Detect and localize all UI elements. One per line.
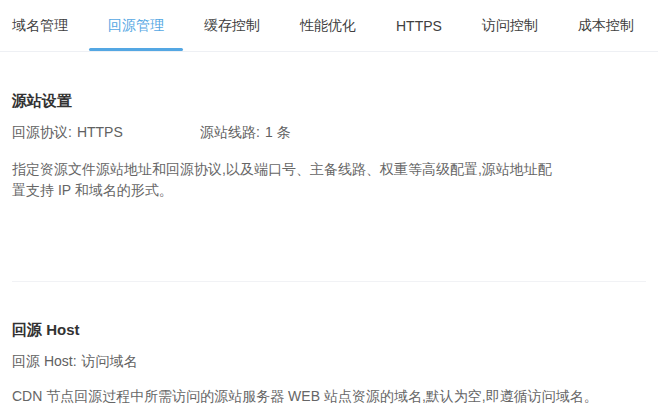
origin-host-field: 回源 Host: 访问域名 xyxy=(12,354,138,369)
origin-host-value: 访问域名 xyxy=(82,354,138,369)
origin-settings-fields: 回源协议: HTTPS 源站线路: 1 条 xyxy=(12,125,646,140)
origin-protocol-value: HTTPS xyxy=(77,125,123,140)
origin-host-fields: 回源 Host: 访问域名 xyxy=(12,354,646,369)
origin-lines-label: 源站线路: xyxy=(200,125,260,140)
tab-cost-control[interactable]: 成本控制 xyxy=(578,0,634,51)
origin-host-label: 回源 Host: xyxy=(12,354,77,369)
tab-performance-optimization[interactable]: 性能优化 xyxy=(300,0,356,51)
tab-bar: 域名管理 回源管理 缓存控制 性能优化 HTTPS 访问控制 成本控制 xyxy=(0,0,658,52)
origin-host-description: CDN 节点回源过程中所需访问的源站服务器 WEB 站点资源的域名,默认为空,即… xyxy=(12,386,646,407)
origin-lines-value: 1 条 xyxy=(265,125,291,140)
tab-https[interactable]: HTTPS xyxy=(396,0,442,51)
tab-domain-management[interactable]: 域名管理 xyxy=(12,0,68,51)
origin-lines-field: 源站线路: 1 条 xyxy=(200,125,291,140)
tab-access-control[interactable]: 访问控制 xyxy=(482,0,538,51)
section-divider xyxy=(12,281,646,282)
origin-protocol-field: 回源协议: HTTPS xyxy=(12,125,200,140)
tab-origin-management[interactable]: 回源管理 xyxy=(108,0,164,51)
origin-settings-section: 源站设置 回源协议: HTTPS 源站线路: 1 条 指定资源文件源站地址和回源… xyxy=(12,92,646,201)
origin-protocol-label: 回源协议: xyxy=(12,125,72,140)
origin-settings-title: 源站设置 xyxy=(12,92,646,110)
tab-panel-origin-management: 源站设置 回源协议: HTTPS 源站线路: 1 条 指定资源文件源站地址和回源… xyxy=(0,92,658,407)
origin-host-section: 回源 Host 回源 Host: 访问域名 CDN 节点回源过程中所需访问的源站… xyxy=(12,321,646,407)
origin-host-title: 回源 Host xyxy=(12,321,646,339)
tab-cache-control[interactable]: 缓存控制 xyxy=(204,0,260,51)
origin-settings-description: 指定资源文件源站地址和回源协议,以及端口号、主备线路、权重等高级配置,源站地址配… xyxy=(12,159,560,201)
